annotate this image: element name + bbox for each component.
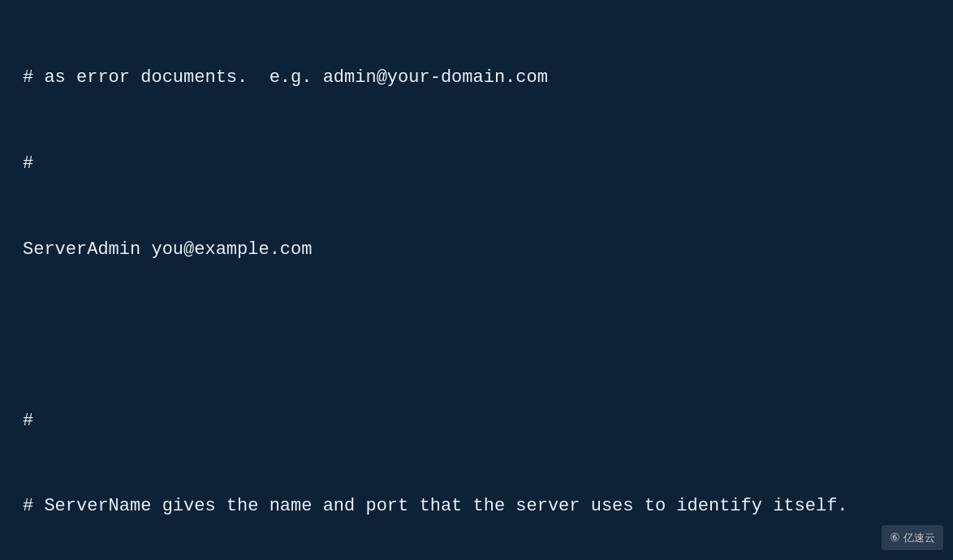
watermark-icon: ⑥ [890, 528, 900, 546]
directive-text: ServerAdmin you@example.com [23, 239, 312, 260]
code-line: # [23, 407, 930, 435]
comment-text: # as error documents. e.g. admin@your-do… [23, 67, 548, 88]
comment-text: # [23, 153, 33, 174]
code-line: # [23, 149, 930, 178]
code-line: ServerAdmin you@example.com [23, 235, 930, 264]
watermark-text: 亿速云 [903, 532, 935, 544]
watermark-badge: ⑥亿速云 [882, 525, 943, 550]
code-editor: # as error documents. e.g. admin@your-do… [23, 6, 930, 560]
code-line-blank [23, 321, 930, 349]
code-line: # as error documents. e.g. admin@your-do… [23, 63, 930, 92]
comment-text: # [23, 411, 33, 431]
code-line: # ServerName gives the name and port tha… [23, 492, 930, 520]
comment-text: # ServerName gives the name and port tha… [23, 496, 848, 516]
